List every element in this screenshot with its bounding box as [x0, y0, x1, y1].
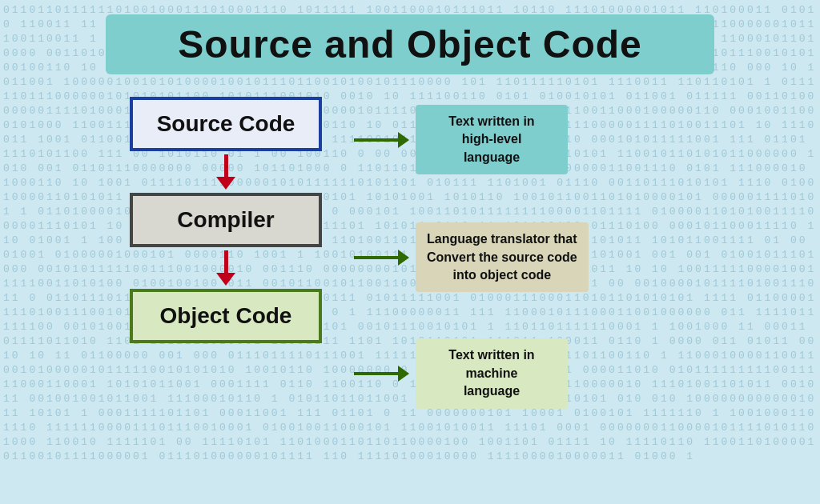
diagram: Source Code Compiler Object Code: [106, 97, 714, 409]
arrow-down-head-1: [216, 177, 235, 190]
arrow-to-source-desc: [354, 132, 409, 148]
arrow-down-head-2: [216, 273, 235, 286]
left-column: Source Code Compiler Object Code: [106, 97, 346, 343]
main-content: Source and Object Code Source Code Compi…: [0, 0, 820, 504]
arrow-to-compiler-desc: [354, 250, 409, 266]
source-description-text: Text written inhigh-levellanguage: [448, 114, 534, 164]
compiler-description-row: Language translator thatConvert the sour…: [354, 222, 589, 292]
page-title: Source and Object Code: [130, 22, 690, 66]
title-box: Source and Object Code: [106, 14, 714, 74]
arrow-to-object-desc: [354, 366, 409, 382]
source-code-box: Source Code: [130, 97, 322, 151]
arrow-right-line-1: [354, 138, 398, 142]
compiler-description-text: Language translator thatConvert the sour…: [427, 232, 577, 282]
object-code-box: Object Code: [130, 289, 322, 343]
object-description-row: Text written inmachinelanguage: [354, 338, 589, 408]
arrow-down-line-2: [224, 250, 228, 273]
arrow-right-head-1: [398, 132, 409, 148]
arrow-right-head-2: [398, 250, 409, 266]
arrow-right-head-3: [398, 366, 409, 382]
compiler-description-box: Language translator thatConvert the sour…: [416, 222, 589, 292]
arrow-right-line-3: [354, 372, 398, 375]
object-description-text: Text written inmachinelanguage: [448, 348, 534, 398]
compiler-box: Compiler: [130, 193, 322, 247]
right-column: Text written inhigh-levellanguage Langua…: [354, 97, 589, 409]
arrow-down-line-1: [224, 154, 228, 177]
source-description-row: Text written inhigh-levellanguage: [354, 105, 589, 174]
source-description-box: Text written inhigh-levellanguage: [416, 105, 568, 174]
arrow-right-line-2: [354, 256, 398, 259]
object-description-box: Text written inmachinelanguage: [416, 338, 568, 408]
arrow-compiler-to-object: [216, 250, 235, 286]
arrow-source-to-compiler: [216, 154, 235, 190]
